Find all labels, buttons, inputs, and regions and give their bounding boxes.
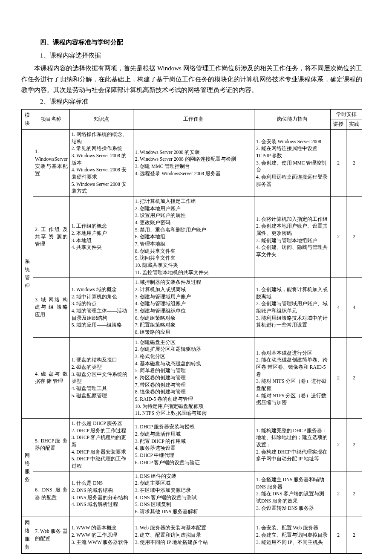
curriculum-table: 模块 项目名称 知识点 工作任务 岗位能力指向 学时安排 讲授 实践 系统管理1… bbox=[21, 109, 362, 554]
ability-cell: 1. 会创建域，能将计算机加入或脱离域2. 会创建与管理域用户账户、域组账户和组… bbox=[254, 278, 331, 337]
project-cell: 2. 工 作组 及 共享 资 源的管理 bbox=[33, 196, 70, 277]
table-row: 系统管理1. WindowsServer 安装与基本配置1. 网络操作系统的概念… bbox=[22, 129, 362, 196]
lecture-hours-cell: 2 bbox=[331, 517, 346, 553]
project-cell: 3. 域 网络 构 建与 组 策略应用 bbox=[33, 278, 70, 337]
task-cell: 1. Web 服务器的安装与基本配置2. 建立、配置和访问虚拟目录3. 使用不同… bbox=[133, 517, 254, 553]
table-row: 网络服务7. Web 服务 器 的配置1. WWW 的基本概念2. WWW 的工… bbox=[22, 517, 362, 553]
th-knowledge: 知识点 bbox=[69, 109, 133, 129]
page-container: 四、课程内容标准与学时分配 1、课程内容选择依据 本课程内容的选择依据有两项，首… bbox=[9, 0, 383, 555]
th-hours-group: 学时安排 bbox=[331, 109, 362, 119]
task-cell: 1. 域控制器的安装条件及过程2. 计算机加入或脱离域3. 创建与管理域用户账户… bbox=[133, 278, 254, 337]
th-project: 项目名称 bbox=[33, 109, 70, 129]
practice-hours-cell: 2 bbox=[346, 471, 362, 517]
practice-hours-cell: 2 bbox=[346, 337, 362, 418]
section-heading: 四、课程内容标准与学时分配 bbox=[40, 38, 362, 46]
project-cell: 4. 磁 盘与 数 据存 储 管理 bbox=[33, 337, 70, 418]
ability-cell: 1. 会安装、配置 Web 服务器2. 会建立、配置与访问虚拟目录3. 能运用不… bbox=[254, 517, 331, 553]
subheading-2: 2、课程内容标准 bbox=[40, 98, 362, 106]
practice-hours-cell: 2 bbox=[346, 196, 362, 277]
paragraph-1: 本课程内容的选择依据有两项，首先是根据 Windows 网络管理工作岗位所涉及的… bbox=[21, 63, 362, 96]
knowledge-cell: 1. 硬盘的结构及接口2. 磁盘的类型3. 磁盘分区中文件系统的类型4. 磁盘管… bbox=[69, 337, 133, 418]
knowledge-cell: 1. 什么是 DNS2. DNS 的域名结构3. DNS 服务器的分布结构4. … bbox=[69, 471, 133, 517]
module-cell: 网络服务 bbox=[22, 419, 33, 517]
table-row: 6. DNS 服务 器 的配置1. 什么是 DNS2. DNS 的域名结构3. … bbox=[22, 471, 362, 517]
lecture-hours-cell: 2 bbox=[331, 337, 346, 418]
knowledge-cell: 1. 什么是 DHCP 服务器2. DHCP 服务的工作过程3. DHCP 客户… bbox=[69, 419, 133, 471]
project-cell: 7. Web 服务 器 的配置 bbox=[33, 517, 70, 553]
ability-cell: 1. 会安装 Windows Server 20082. 能在网络连接属性中设置… bbox=[254, 129, 331, 196]
th-lecture: 讲授 bbox=[331, 119, 346, 130]
knowledge-cell: 1. 网络操作系统的概念、结构2. 常见的网络操作系统3. Windows Se… bbox=[69, 129, 133, 196]
lecture-hours-cell: 4 bbox=[331, 278, 346, 337]
module-cell: 网络服务 bbox=[22, 517, 33, 553]
ability-cell: 1. 会搭建主 DNS 服务器和辅助DNS 服务器2. 能在 DNS 客户端的设… bbox=[254, 471, 331, 517]
knowledge-cell: 1. Windows 域的概念2. 域中计算机的角色3. 域的特点4. 域的管理… bbox=[69, 278, 133, 337]
lecture-hours-cell: 2 bbox=[331, 471, 346, 517]
practice-hours-cell: 2 bbox=[346, 419, 362, 471]
table-head: 模块 项目名称 知识点 工作任务 岗位能力指向 学时安排 讲授 实践 bbox=[22, 109, 362, 129]
project-cell: 5. DHCP服 务 器的配置 bbox=[33, 419, 70, 471]
th-practice: 实践 bbox=[346, 119, 362, 130]
task-cell: 1. DHCP 服务器安装与授权2. 创建与激活作用域3. 配置 DHCP 的作… bbox=[133, 419, 254, 471]
practice-hours-cell: 2 bbox=[346, 517, 362, 553]
ability-cell: 1. 会将计算机加入指定的工作组2. 会创建本地用户账户、设置其属性、更改密码3… bbox=[254, 196, 331, 277]
project-cell: 6. DNS 服务 器 的配置 bbox=[33, 471, 70, 517]
table-row: 3. 域 网络 构 建与 组 策略应用1. Windows 域的概念2. 域中计… bbox=[22, 278, 362, 337]
module-cell: 系统管理 bbox=[22, 129, 33, 418]
task-cell: 1. Windows Server 2008 的安装2. Windows Ser… bbox=[133, 129, 254, 196]
ability-cell: 1. 会对基本磁盘进行分区2. 能在动态磁盘创建简单卷、跨区卷 带区卷、镜像卷和… bbox=[254, 337, 331, 418]
knowledge-cell: 1. 工作组的概念2. 本地用户账户3. 本地组4. 共享文件夹 bbox=[69, 196, 133, 277]
lecture-hours-cell: 2 bbox=[331, 196, 346, 277]
table-row: 4. 磁 盘与 数 据存 储 管理1. 硬盘的结构及接口2. 磁盘的类型3. 磁… bbox=[22, 337, 362, 418]
lecture-hours-cell: 2 bbox=[331, 419, 346, 471]
ability-cell: 1. 能构建完整的 DHCP 服务器：地址、排除地址的；建立选项的设置；2. 会… bbox=[254, 419, 331, 471]
th-module: 模块 bbox=[22, 109, 33, 129]
task-cell: 1. 创建磁盘主分区2. 创建扩展分区和逻辑驱动器3. 格式化分区4. 基本磁盘… bbox=[133, 337, 254, 418]
project-cell: 1. WindowsServer 安装与基本配置 bbox=[33, 129, 70, 196]
lecture-hours-cell: 2 bbox=[331, 129, 346, 196]
subheading-1: 1、课程内容选择依据 bbox=[40, 52, 362, 60]
knowledge-cell: 1. WWW 的基本概念2. WWW 的工作原理3. 主流 WWW 服务器软件 bbox=[69, 517, 133, 553]
th-ability: 岗位能力指向 bbox=[254, 109, 331, 129]
table-body: 系统管理1. WindowsServer 安装与基本配置1. 网络操作系统的概念… bbox=[22, 129, 362, 553]
table-row: 2. 工 作组 及 共享 资 源的管理1. 工作组的概念2. 本地用户账户3. … bbox=[22, 196, 362, 277]
task-cell: 1. DNS 组件的安装2. 创建主要区域3. 在区域中添加资源记录4. DNS… bbox=[133, 471, 254, 517]
table-row: 网络服务5. DHCP服 务 器的配置1. 什么是 DHCP 服务器2. DHC… bbox=[22, 419, 362, 471]
th-task: 工作任务 bbox=[133, 109, 254, 129]
practice-hours-cell: 2 bbox=[346, 129, 362, 196]
task-cell: 1. 把计算机加入指定工作组2. 创建本地用户账户3. 设置用户账户的属性4. … bbox=[133, 196, 254, 277]
practice-hours-cell: 4 bbox=[346, 278, 362, 337]
